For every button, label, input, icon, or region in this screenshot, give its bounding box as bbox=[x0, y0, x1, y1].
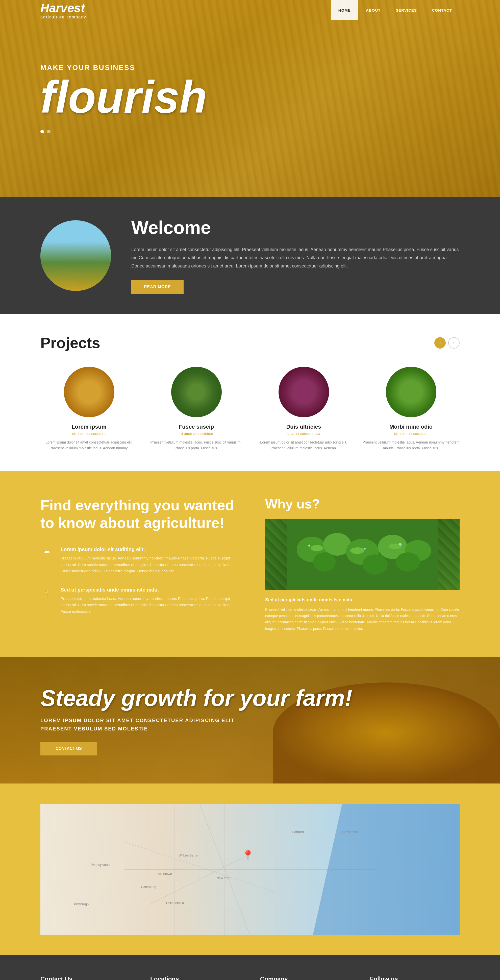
footer-contact-col: Contact Us Freephone: +1 800 326 4546 Te… bbox=[40, 975, 130, 980]
svg-point-8 bbox=[396, 552, 420, 571]
map-roads bbox=[40, 804, 460, 935]
hero-dot-2[interactable] bbox=[47, 130, 51, 134]
agri-feature-1-text: Praesent vellulum molestie lacus. Aenean… bbox=[60, 555, 235, 574]
cta-subtitle: LOREM IPSUM DOLOR SIT AMET CONSECTETUER … bbox=[40, 718, 352, 723]
cta-sub2: PRAESENT VEBULUM SED MOLESTIE bbox=[40, 726, 352, 732]
agri-right: Why us? bbox=[265, 496, 460, 632]
hero-dot-1[interactable] bbox=[40, 130, 44, 134]
map-section: Pennsylvania New York Wilkes-Barre Allen… bbox=[0, 783, 500, 955]
project-desc-1: Lorem ipsum dolor sit amet consectetuar … bbox=[40, 439, 138, 451]
agri-title: Find everything you wanted to know about… bbox=[40, 496, 235, 531]
hero-title: flourish bbox=[40, 74, 207, 120]
welcome-circle-visual bbox=[40, 220, 111, 291]
project-sub-1: sit amet consectetuar bbox=[40, 432, 138, 436]
cta-title: Steady growth for your farm! bbox=[40, 685, 352, 711]
hero-subtitle: MAKE YOUR BUSINESS bbox=[40, 64, 207, 72]
svg-point-7 bbox=[362, 554, 387, 574]
svg-point-10 bbox=[350, 547, 364, 554]
project-name-3: Duis ultricies bbox=[255, 423, 352, 430]
footer-locations-col: Locations 4843 Mammorca Road Glasgow, DG… bbox=[150, 975, 240, 980]
svg-point-14 bbox=[399, 543, 402, 546]
footer-contact-title: Contact Us bbox=[40, 975, 130, 980]
footer: Contact Us Freephone: +1 800 326 4546 Te… bbox=[0, 955, 500, 980]
agri-feature-1-title: Lorem ipsum dolor sit auditing elit. bbox=[60, 547, 235, 552]
footer-company-title: Company bbox=[260, 975, 350, 980]
project-card-4: Morbi nunc odio sit amet consectetuar Pr… bbox=[362, 367, 460, 451]
project-desc-4: Praesent vellulum molestie lacus. Aenean… bbox=[362, 439, 460, 451]
project-card-2: Fusce suscip sit amet consectetuar Praes… bbox=[148, 367, 245, 451]
svg-line-18 bbox=[124, 842, 275, 892]
project-desc-3: Lorem ipsum dolor sit amet consectetuar … bbox=[255, 439, 352, 451]
cta-content: Steady growth for your farm! LOREM IPSUM… bbox=[40, 685, 352, 756]
agri-umbrella-icon: ☂ bbox=[40, 547, 53, 559]
map-container[interactable]: Pennsylvania New York Wilkes-Barre Allen… bbox=[40, 804, 460, 935]
brand: Harvest agriculture company bbox=[40, 1, 86, 19]
project-sub-2: sit amet consectetuar bbox=[148, 432, 245, 436]
why-us-title: Why us? bbox=[265, 496, 460, 511]
project-name-1: Lorem ipsum bbox=[40, 423, 138, 430]
project-sub-3: sit amet consectetuar bbox=[255, 432, 352, 436]
project-image-4 bbox=[386, 367, 437, 417]
why-desc-text: Praesent vellulum molestie lacus. Aenean… bbox=[265, 606, 460, 632]
project-name-2: Fusce suscip bbox=[148, 423, 245, 430]
nav-links: HOME ABOUT SERVICES CONTACT bbox=[331, 0, 460, 20]
welcome-section: Welcome Lorem ipsum dolor sit amet conse… bbox=[0, 197, 500, 314]
cta-section: Steady growth for your farm! LOREM IPSUM… bbox=[0, 657, 500, 783]
welcome-body: Lorem ipsum dolor sit amet consectetur a… bbox=[131, 245, 460, 270]
welcome-title: Welcome bbox=[131, 217, 460, 238]
welcome-read-more-button[interactable]: READ MORE bbox=[131, 280, 184, 294]
nav-services[interactable]: SERVICES bbox=[388, 0, 424, 20]
nav-contact[interactable]: CONTACT bbox=[424, 0, 460, 20]
projects-navigation: ‹ › bbox=[434, 337, 460, 348]
agri-left: Find everything you wanted to know about… bbox=[40, 496, 235, 632]
project-card-3: Duis ultricies sit amet consectetuar Lor… bbox=[255, 367, 352, 451]
agri-feature-2-title: Sed ut perspiciatis unde omnis iste natu… bbox=[60, 587, 235, 593]
peas-visual bbox=[265, 519, 460, 590]
why-desc-title: Sed ut perspiciatis unde omnis iste natu… bbox=[265, 597, 460, 603]
project-image-1 bbox=[64, 367, 114, 417]
agri-fork-icon: 🍴 bbox=[40, 587, 53, 600]
project-desc-2: Praesent vellulum molestie lacus. Fusce … bbox=[148, 439, 245, 451]
welcome-image bbox=[40, 220, 111, 291]
why-us-image bbox=[265, 519, 460, 590]
nav-about[interactable]: ABOUT bbox=[358, 0, 388, 20]
projects-prev-button[interactable]: ‹ bbox=[434, 337, 446, 348]
cta-button[interactable]: CONTACT US bbox=[40, 742, 97, 756]
agri-feature-2: 🍴 Sed ut perspiciatis unde omnis iste na… bbox=[40, 587, 235, 615]
svg-point-12 bbox=[308, 544, 310, 547]
projects-section: Projects ‹ › Lorem ipsum sit amet consec… bbox=[0, 314, 500, 471]
brand-subtitle: agriculture company bbox=[40, 15, 86, 19]
svg-line-19 bbox=[149, 854, 250, 905]
footer-social-title: Follow us bbox=[370, 975, 460, 980]
projects-next-button[interactable]: › bbox=[448, 337, 460, 348]
navigation: Harvest agriculture company HOME ABOUT S… bbox=[0, 0, 500, 20]
svg-point-9 bbox=[311, 545, 323, 551]
footer-locations-title: Locations bbox=[150, 975, 240, 980]
footer-company-col: Company Home About Services Blog Contact bbox=[260, 975, 350, 980]
nav-home[interactable]: HOME bbox=[331, 0, 358, 20]
svg-point-13 bbox=[364, 548, 366, 550]
svg-point-6 bbox=[313, 552, 336, 571]
agriculture-section: Find everything you wanted to know about… bbox=[0, 471, 500, 657]
projects-grid: Lorem ipsum sit amet consectetuar Lorem … bbox=[40, 367, 460, 451]
hero-content: MAKE YOUR BUSINESS flourish bbox=[0, 64, 207, 134]
project-card-1: Lorem ipsum sit amet consectetuar Lorem … bbox=[40, 367, 138, 451]
hero-section: Harvest agriculture company HOME ABOUT S… bbox=[0, 0, 500, 197]
projects-title: Projects bbox=[40, 334, 434, 352]
agri-feature-2-content: Sed ut perspiciatis unde omnis iste natu… bbox=[60, 587, 235, 615]
agri-feature-1: ☂ Lorem ipsum dolor sit auditing elit. P… bbox=[40, 547, 235, 574]
hero-dots bbox=[40, 130, 207, 134]
projects-header: Projects ‹ › bbox=[40, 334, 460, 352]
brand-name: Harvest bbox=[40, 1, 86, 15]
footer-social-col: Follow us 🐦 f G ✉ bbox=[370, 975, 460, 980]
footer-grid: Contact Us Freephone: +1 800 326 4546 Te… bbox=[40, 975, 460, 980]
project-image-2 bbox=[171, 367, 222, 417]
project-name-4: Morbi nunc odio bbox=[362, 423, 460, 430]
welcome-text: Welcome Lorem ipsum dolor sit amet conse… bbox=[131, 217, 460, 294]
agri-feature-1-content: Lorem ipsum dolor sit auditing elit. Pra… bbox=[60, 547, 235, 574]
agri-feature-2-text: Praesent vellulum molestie lacus. Aenean… bbox=[60, 595, 235, 615]
project-image-3 bbox=[279, 367, 329, 417]
project-sub-4: sit amet consectetuar bbox=[362, 432, 460, 436]
